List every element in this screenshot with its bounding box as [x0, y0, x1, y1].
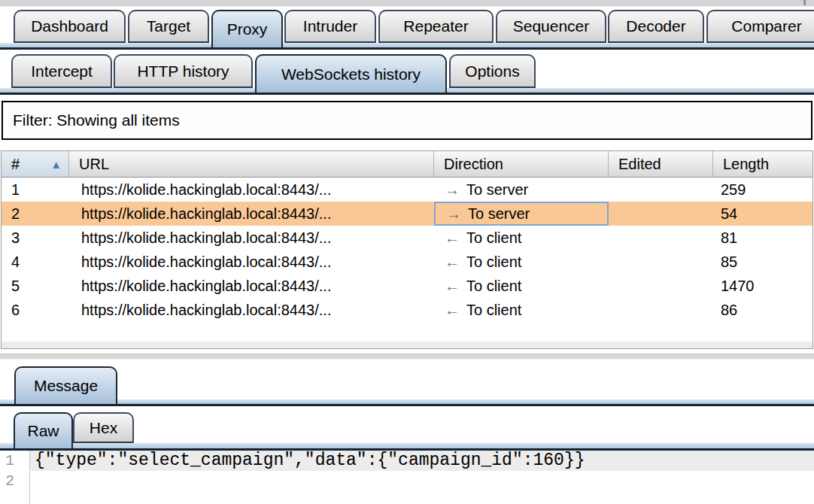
- tab-hex[interactable]: Hex: [73, 412, 134, 443]
- table-row[interactable]: 4 https://kolide.hackinglab.local:8443/.…: [2, 250, 812, 274]
- cell-direction: →To server: [434, 178, 609, 202]
- line-number: 1: [0, 451, 29, 471]
- direction-label: To server: [466, 181, 528, 199]
- cell-edited: [609, 298, 713, 322]
- cell-direction: ←To client: [434, 250, 609, 274]
- tab-divider-line: [0, 448, 814, 451]
- tab-label: HTTP history: [137, 62, 229, 80]
- tab-label: Proxy: [227, 20, 268, 38]
- column-label: Length: [723, 156, 769, 173]
- tab-label: Intruder: [303, 17, 357, 35]
- tab-raw[interactable]: Raw: [14, 412, 73, 448]
- tab-accent-strip: [0, 443, 814, 448]
- to-client-arrow-icon: ←: [445, 254, 460, 271]
- tab-label: Hex: [90, 419, 117, 437]
- tab-repeater[interactable]: Repeater: [378, 10, 494, 43]
- to-server-arrow-icon: →: [445, 181, 460, 199]
- filter-text: Filter: Showing all items: [13, 111, 180, 129]
- tab-divider-line: [0, 47, 814, 50]
- table-row[interactable]: 3 https://kolide.hackinglab.local:8443/.…: [2, 226, 812, 250]
- tab-label: Options: [465, 62, 519, 80]
- tab-intercept[interactable]: Intercept: [11, 54, 112, 88]
- direction-label: To client: [466, 302, 521, 319]
- cell-index: 5: [2, 274, 69, 298]
- column-header-length[interactable]: Length: [713, 151, 812, 177]
- cell-url: https://kolide.hackinglab.local:8443/...: [69, 178, 434, 202]
- to-client-arrow-icon: ←: [445, 278, 460, 295]
- direction-label: To client: [466, 254, 521, 271]
- table-header-row: # ▲ URL Direction Edited Length: [2, 151, 812, 178]
- to-client-arrow-icon: ←: [445, 302, 460, 319]
- table-scroll-strip: [2, 342, 812, 348]
- column-label: Direction: [444, 156, 503, 173]
- cell-index: 4: [2, 250, 69, 274]
- tab-proxy[interactable]: Proxy: [211, 10, 283, 47]
- tab-sequencer[interactable]: Sequencer: [496, 10, 606, 43]
- filter-bar[interactable]: Filter: Showing all items: [2, 101, 812, 140]
- cell-direction-focused[interactable]: →To server: [434, 202, 609, 226]
- tab-label: Message: [34, 377, 98, 395]
- table-row[interactable]: 1 https://kolide.hackinglab.local:8443/.…: [2, 178, 812, 202]
- tab-options[interactable]: Options: [449, 54, 536, 88]
- tab-label: Intercept: [31, 62, 93, 80]
- cell-url: https://kolide.hackinglab.local:8443/...: [69, 274, 434, 298]
- tab-decoder[interactable]: Decoder: [608, 10, 704, 43]
- tab-dashboard[interactable]: Dashboard: [14, 10, 126, 43]
- tab-label: Comparer: [731, 17, 801, 35]
- to-server-arrow-icon: →: [446, 205, 461, 223]
- cell-length: 1470: [713, 274, 812, 298]
- window-edge-artifact: [803, 0, 806, 5]
- column-label: URL: [79, 156, 109, 173]
- tab-message[interactable]: Message: [14, 366, 117, 404]
- tab-label: Sequencer: [513, 17, 590, 35]
- websockets-history-table: # ▲ URL Direction Edited Length 1 https:…: [1, 150, 813, 349]
- message-view-tab-bar: Raw Hex: [0, 412, 814, 451]
- table-row-selected[interactable]: 2 https://kolide.hackinglab.local:8443/.…: [2, 202, 812, 226]
- tab-label: Target: [147, 17, 190, 35]
- tab-comparer[interactable]: Comparer: [706, 10, 814, 43]
- cell-index: 1: [2, 178, 69, 202]
- tab-websockets-history[interactable]: WebSockets history: [255, 54, 447, 93]
- proxy-sub-tab-bar: Intercept HTTP history WebSockets histor…: [0, 54, 814, 95]
- cell-length: 86: [713, 298, 812, 322]
- cell-url: https://kolide.hackinglab.local:8443/...: [69, 202, 434, 226]
- tab-divider-line: [0, 404, 814, 406]
- pane-splitter[interactable]: [0, 354, 814, 360]
- line-number: 2: [0, 471, 29, 491]
- direction-label: To client: [466, 229, 521, 247]
- column-header-url[interactable]: URL: [69, 151, 434, 177]
- column-header-index[interactable]: # ▲: [2, 151, 69, 177]
- cell-direction: ←To client: [434, 274, 609, 298]
- cell-index: 2: [2, 202, 69, 226]
- cell-index: 6: [2, 298, 69, 322]
- table-row[interactable]: 5 https://kolide.hackinglab.local:8443/.…: [2, 274, 812, 298]
- column-label: #: [11, 156, 20, 173]
- editor-line: 2: [0, 471, 814, 491]
- cell-direction: ←To client: [434, 226, 609, 250]
- tab-divider-line: [0, 93, 814, 95]
- column-label: Edited: [618, 156, 661, 173]
- direction-label: To server: [468, 205, 530, 223]
- tab-intruder[interactable]: Intruder: [284, 10, 376, 43]
- to-client-arrow-icon: ←: [445, 229, 460, 247]
- cell-length: 259: [713, 178, 812, 202]
- tab-label: Decoder: [626, 17, 685, 35]
- cell-edited: [609, 250, 713, 274]
- cell-index: 3: [2, 226, 69, 250]
- tab-target[interactable]: Target: [128, 10, 209, 43]
- tab-label: Dashboard: [31, 17, 108, 35]
- tab-label: Raw: [27, 422, 59, 440]
- table-row[interactable]: 6 https://kolide.hackinglab.local:8443/.…: [2, 298, 812, 322]
- message-editor[interactable]: 1 {"type":"select_campaign","data":{"cam…: [0, 451, 814, 504]
- line-content: [29, 471, 814, 491]
- column-header-edited[interactable]: Edited: [609, 151, 713, 177]
- cell-url: https://kolide.hackinglab.local:8443/...: [69, 298, 434, 322]
- column-header-direction[interactable]: Direction: [434, 151, 609, 177]
- direction-label: To client: [466, 278, 521, 295]
- tab-http-history[interactable]: HTTP history: [114, 54, 253, 88]
- cell-url: https://kolide.hackinglab.local:8443/...: [69, 226, 434, 250]
- cell-length: 81: [713, 226, 812, 250]
- cell-edited: [609, 178, 713, 202]
- cell-edited: [609, 202, 713, 226]
- cell-direction: ←To client: [434, 298, 609, 322]
